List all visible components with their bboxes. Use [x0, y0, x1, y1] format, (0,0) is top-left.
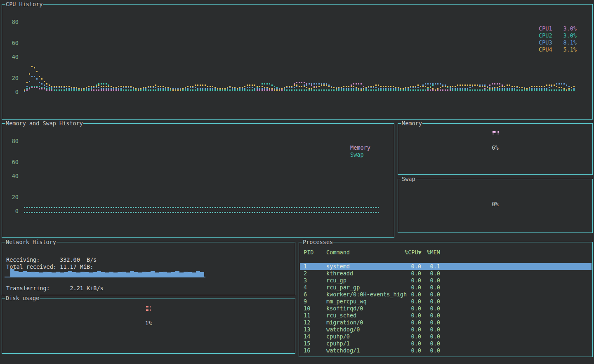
process-command: rcu_sched [326, 312, 405, 319]
process-mem: 0.0 [421, 270, 440, 277]
process-row[interactable]: 2kthreadd0.00.0 [300, 270, 592, 277]
process-mem: 0.0 [421, 291, 440, 298]
legend-item-memory: Memory [350, 144, 379, 151]
process-mem: 0.0 [421, 305, 440, 312]
network-history-panel: Network History Receiving: 332.00 B/sTot… [2, 242, 295, 295]
legend-item-cpu4: CPU45.1% [539, 46, 577, 53]
process-pid: 13 [304, 326, 326, 333]
y-axis-tick: 60 [5, 40, 19, 47]
process-row[interactable]: 10ksoftirqd/00.00.0 [300, 305, 592, 312]
cpu-history-chart [24, 5, 574, 120]
process-command: rcu_par_gp [326, 284, 405, 291]
process-cpu: 0.0 [405, 347, 421, 354]
memory-swap-history-panel: Memory and Swap History 806040200 Memory… [2, 123, 394, 238]
process-mem: 0.1 [421, 263, 440, 270]
process-command: cpuhp/1 [326, 340, 405, 347]
process-mem: 0.0 [421, 284, 440, 291]
process-pid: 15 [304, 340, 326, 347]
process-cpu: 0.0 [405, 263, 421, 270]
network-history-title: Network History [5, 239, 57, 246]
process-pid: 14 [304, 333, 326, 340]
process-pid: 2 [304, 270, 326, 277]
swap-gauge-title: Swap [401, 176, 416, 183]
process-mem: 0.0 [421, 340, 440, 347]
y-axis-tick: 40 [5, 54, 19, 61]
y-axis-tick: 80 [5, 138, 19, 145]
process-cpu: 0.0 [405, 312, 421, 319]
process-column-header-pid[interactable]: PID [304, 249, 326, 256]
process-mem: 0.0 [421, 347, 440, 354]
cpu-history-panel: CPU History 806040200 CPU13.0%CPU23.0%CP… [2, 4, 593, 120]
process-pid: 1 [304, 263, 326, 270]
process-command: migration/0 [326, 319, 405, 326]
process-cpu: 0.0 [405, 277, 421, 284]
legend-item-cpu3: CPU38.1% [539, 39, 577, 46]
process-pid: 4 [304, 284, 326, 291]
swap-percent: 0% [398, 201, 592, 208]
process-row[interactable]: 15cpuhp/10.00.0 [300, 340, 592, 347]
system-monitor-screen: CPU History 806040200 CPU13.0%CPU23.0%CP… [0, 0, 594, 364]
legend-item-swap: Swap [350, 151, 379, 158]
process-cpu: 0.0 [405, 305, 421, 312]
process-column-header-mem[interactable]: %MEM [421, 249, 440, 256]
process-pid: 16 [304, 347, 326, 354]
process-command: watchdog/0 [326, 326, 405, 333]
process-column-header-command[interactable]: Command [326, 249, 405, 256]
disk-usage-panel: Disk usage 1% [2, 298, 295, 354]
process-table-header: PIDCommand%CPU▼%MEM [300, 249, 592, 256]
network-stat-line: Transferring: 2.21 KiB/s [6, 285, 104, 292]
process-cpu: 0.0 [405, 298, 421, 305]
process-command: systemd [326, 263, 405, 270]
memory-swap-chart [24, 124, 378, 238]
process-cpu: 0.0 [405, 340, 421, 347]
process-row[interactable]: 13watchdog/00.00.0 [300, 326, 592, 333]
network-receive-sparkline [6, 268, 204, 277]
y-axis-tick: 60 [5, 159, 19, 166]
process-mem: 0.0 [421, 326, 440, 333]
process-column-header-cpu[interactable]: %CPU▼ [405, 249, 421, 256]
process-cpu: 0.0 [405, 291, 421, 298]
disk-usage-dots-icon [146, 306, 151, 311]
y-axis-tick: 0 [5, 208, 19, 215]
legend-item-cpu1: CPU13.0% [539, 25, 577, 32]
swap-gauge-panel: Swap 0% [398, 179, 593, 233]
process-mem: 0.0 [421, 333, 440, 340]
process-command: ksoftirqd/0 [326, 305, 405, 312]
process-row[interactable]: 11rcu_sched0.00.0 [300, 312, 592, 319]
process-command: mm_percpu_wq [326, 298, 405, 305]
process-row[interactable]: 4rcu_par_gp0.00.0 [300, 284, 592, 291]
y-axis-tick: 80 [5, 19, 19, 26]
memory-usage-dots-icon [492, 131, 499, 136]
process-command: kworker/0:0H-events_high [326, 291, 405, 298]
process-mem: 0.0 [421, 319, 440, 326]
process-mem: 0.0 [421, 298, 440, 305]
process-row[interactable]: 9mm_percpu_wq0.00.0 [300, 298, 592, 305]
process-row[interactable]: 14cpuhp/00.00.0 [300, 333, 592, 340]
process-command: rcu_gp [326, 277, 405, 284]
process-row[interactable]: 12migration/00.00.0 [300, 319, 592, 326]
y-axis-tick: 20 [5, 75, 19, 82]
process-row[interactable]: 3rcu_gp0.00.0 [300, 277, 592, 284]
process-cpu: 0.0 [405, 270, 421, 277]
y-axis-tick: 20 [5, 194, 19, 201]
legend-item-cpu2: CPU23.0% [539, 32, 577, 39]
memory-gauge-panel: Memory 6% [398, 123, 593, 175]
process-pid: 6 [304, 291, 326, 298]
process-row[interactable]: 16watchdog/10.00.0 [300, 347, 592, 354]
process-pid: 9 [304, 298, 326, 305]
process-pid: 11 [304, 312, 326, 319]
disk-usage-title: Disk usage [5, 295, 40, 302]
network-stat-line: Receiving: 332.00 B/s [6, 256, 97, 263]
process-command: cpuhp/0 [326, 333, 405, 340]
process-mem: 0.0 [421, 277, 440, 284]
process-command: kthreadd [326, 270, 405, 277]
memory-swap-legend: MemorySwap [350, 144, 379, 158]
processes-panel: Processes PIDCommand%CPU▼%MEM 1systemd0.… [299, 242, 593, 357]
process-pid: 12 [304, 319, 326, 326]
network-sparkline-baseline [5, 277, 205, 277]
memory-percent: 6% [398, 144, 592, 151]
process-pid: 3 [304, 277, 326, 284]
process-row[interactable]: 6kworker/0:0H-events_high0.00.0 [300, 291, 592, 298]
y-axis-tick: 40 [5, 173, 19, 180]
process-row[interactable]: 1systemd0.00.1 [300, 263, 592, 270]
